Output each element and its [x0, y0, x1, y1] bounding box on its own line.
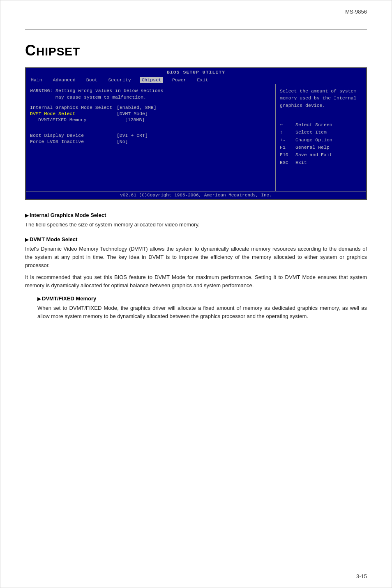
model-number: MS-9856 — [345, 9, 367, 15]
bios-desc-select-item: Select Item — [295, 129, 327, 136]
bios-key-row-f10: F10 Save and Exit — [280, 151, 362, 159]
sub-section-heading-dvmt-fixed: DVMT/FIXED Memory — [25, 295, 367, 302]
menu-item-chipset[interactable]: Chipset — [140, 77, 163, 83]
section-heading-igfx: Internal Graphics Mode Select — [25, 212, 367, 218]
bios-help-text: Select the amount of system memory used … — [280, 88, 362, 109]
bios-key-f10: F10 — [280, 151, 292, 159]
bios-value-igfx: [Enabled, 8MB] — [114, 105, 157, 110]
bios-key-row-f1: F1 General Help — [280, 144, 362, 151]
bios-desc-save-exit: Save and Exit — [295, 151, 332, 159]
bios-menu-bar: Main Advanced Boot Security Chipset Powe… — [26, 76, 366, 84]
bios-key-f1: F1 — [280, 144, 292, 151]
bios-value-dvmt-fixed: [128MB] — [122, 117, 145, 122]
bios-row-boot-display: Boot Display Device [DVI + CRT] — [30, 133, 271, 138]
bios-value-force-lvds: [No] — [114, 139, 128, 144]
section-heading-dvmt: DVMT Mode Select — [25, 236, 367, 242]
bios-key-row-esc: ESC Exit — [280, 159, 362, 166]
bios-footer: v02.61 (C)Copyright 1985-2006, American … — [26, 191, 366, 199]
menu-item-main[interactable]: Main — [29, 77, 44, 83]
heading-rest: HIPSET — [36, 45, 80, 58]
bios-key-arrows: ↔ — [280, 121, 292, 129]
bios-row-igfx: Internal Graphics Mode Select [Enabled, … — [30, 105, 271, 110]
bios-value-dvmt: [DVMT Mode] — [114, 111, 148, 116]
menu-item-security[interactable]: Security — [106, 77, 132, 83]
chapter-heading: CHIPSET — [25, 42, 367, 59]
bios-key-row-select-item: ↕ Select Item — [280, 129, 362, 136]
bios-value-boot-display: [DVI + CRT] — [114, 133, 148, 138]
heading-first-letter: C — [25, 42, 36, 59]
bios-warning: WARNING: Setting wrong values in below s… — [30, 88, 271, 101]
section-body-dvmt-1: Intel's Dynamic Video Memory Technology … — [25, 245, 367, 270]
bios-desc-select-screen: Select Screen — [295, 121, 332, 129]
bios-row-dvmt-fixed: DVMT/FIXED Memory [128MB] — [30, 117, 271, 122]
menu-item-exit[interactable]: Exit — [195, 77, 210, 83]
bios-row-force-lvds: Force LVDS Inactive [No] — [30, 139, 271, 144]
menu-item-boot[interactable]: Boot — [85, 77, 99, 83]
bios-desc-general-help: General Help — [295, 144, 330, 151]
bios-key-row-change-option: +- Change Option — [280, 136, 362, 144]
bios-left-panel: WARNING: Setting wrong values in below s… — [26, 84, 276, 191]
bios-label-dvmt: DVMT Mode Select — [30, 111, 112, 116]
bios-desc-exit: Exit — [295, 159, 307, 166]
page-container: MS-9856 CHIPSET BIOS SETUP UTILITY Main … — [0, 0, 392, 588]
bios-key-esc: ESC — [280, 159, 292, 166]
bios-desc-change-option: Change Option — [295, 136, 332, 144]
bios-row-dvmt: DVMT Mode Select [DVMT Mode] — [30, 111, 271, 116]
bios-screen: BIOS SETUP UTILITY Main Advanced Boot Se… — [25, 67, 367, 200]
bios-right-panel: Select the amount of system memory used … — [276, 84, 366, 191]
menu-item-power[interactable]: Power — [171, 77, 188, 83]
bios-key-row-select-screen: ↔ Select Screen — [280, 121, 362, 129]
page-number: 3-15 — [356, 573, 367, 579]
bios-label-dvmt-fixed: DVMT/FIXED Memory — [38, 117, 120, 122]
bios-key-updown: ↕ — [280, 129, 292, 136]
bios-title-bar: BIOS SETUP UTILITY — [26, 68, 366, 76]
bios-label-force-lvds: Force LVDS Inactive — [30, 139, 112, 144]
bios-label-igfx: Internal Graphics Mode Select — [30, 105, 112, 110]
section-body-igfx: The field specifies the size of system m… — [25, 221, 367, 229]
bios-keys: ↔ Select Screen ↕ Select Item +- Change … — [280, 121, 362, 166]
sub-section-body-dvmt-fixed: When set to DVMT/FIXED Mode, the graphic… — [25, 304, 367, 321]
section-body-dvmt-2: It is recommended that you set this BIOS… — [25, 273, 367, 290]
bios-content: WARNING: Setting wrong values in below s… — [26, 84, 366, 191]
menu-item-advanced[interactable]: Advanced — [51, 77, 77, 83]
top-rule — [25, 29, 367, 30]
bios-spacer — [30, 125, 271, 130]
bios-key-plusminus: +- — [280, 136, 292, 144]
bios-label-boot-display: Boot Display Device — [30, 133, 112, 138]
